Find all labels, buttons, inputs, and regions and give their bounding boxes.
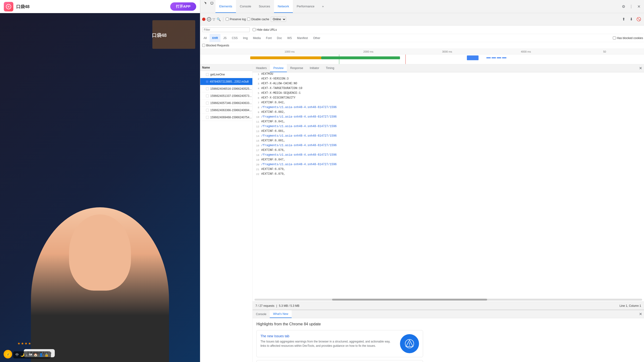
blocked-requests-checkbox[interactable] [202, 44, 205, 47]
request-checkbox-ts-1 [206, 87, 209, 90]
card-issues-text: The new Issues tab The Issues tab aggreg… [260, 334, 396, 348]
bottom-tab-whats-new[interactable]: What's New [270, 310, 292, 318]
card-issues-title[interactable]: The new Issues tab [260, 334, 396, 338]
resource-tab-css[interactable]: CSS [230, 34, 240, 42]
device-toolbar-icon[interactable] [209, 0, 216, 7]
export-icon[interactable]: ⬇ [628, 16, 634, 22]
line-content-7: #EXTINF:6.042, [261, 101, 285, 104]
code-line-2: 2 #EXT-X-VERSION:3 [252, 77, 644, 82]
timeline-waterfall[interactable] [250, 54, 644, 64]
request-item-ts-3[interactable]: 1596624057346-15966240633... [200, 100, 252, 106]
line-num-8: 8 [254, 106, 261, 109]
request-item-ts-1[interactable]: 1596624046516-15966240525... [200, 85, 252, 92]
icon-person[interactable]: 👤 [39, 353, 43, 357]
horizontal-scrollbar[interactable] [254, 299, 642, 300]
dash-3 [497, 57, 501, 58]
status-bar: 7 / 27 requests | 5.3 MB / 5.3 MB Line 1… [252, 302, 644, 310]
resource-tab-ws[interactable]: WS [285, 34, 294, 42]
resource-tab-xhr[interactable]: XHR [210, 34, 220, 42]
disable-cache-label[interactable]: Disable cache [247, 18, 269, 21]
star-4: ★ [28, 342, 31, 345]
timeline-ruler: 1000 ms 2000 ms 3000 ms 4000 ms 50 [200, 49, 644, 54]
resource-tab-media[interactable]: Media [250, 34, 263, 42]
dash-4 [502, 57, 506, 58]
icon-moon[interactable]: 🌙 [20, 353, 24, 357]
code-line-12: 12 /fragments/z1.asia-snh48-4.snh48-6147… [252, 125, 644, 130]
svg-rect-1 [211, 2, 213, 4]
tab-sources[interactable]: Sources [255, 0, 274, 13]
resource-tab-js[interactable]: JS [221, 34, 229, 42]
card-issues-desc: The Issues tab aggregates warnings from … [260, 340, 396, 348]
has-blocked-cookies-label[interactable]: Has blocked cookies [613, 34, 643, 42]
detail-close-icon[interactable]: ✕ [637, 64, 644, 72]
record-button[interactable] [202, 18, 206, 21]
resource-tab-doc[interactable]: Doc [274, 34, 284, 42]
resource-tab-manifest[interactable]: Manifest [295, 34, 310, 42]
request-item-ts-5[interactable]: 1596624069468-15966240754... [200, 114, 252, 121]
search-network-icon[interactable]: 🔍 [217, 17, 221, 21]
line-num-11: 11 [254, 120, 261, 123]
tab-performance[interactable]: Performance [293, 0, 318, 13]
bottom-panel: Console What's New ✕ Highlights from the… [252, 310, 644, 362]
icon-lock[interactable]: 🔒 [44, 353, 48, 357]
clear-icon[interactable]: 🚫 [636, 16, 642, 22]
line-num-13: 13 [254, 130, 261, 133]
preserve-log-checkbox[interactable] [226, 18, 229, 21]
icon-note[interactable]: ♪ [26, 353, 28, 357]
blocked-requests-label[interactable]: Blocked Requests [202, 44, 229, 47]
filter-icon-btn[interactable]: ▽ [212, 17, 215, 21]
whats-new-card-issues: The new Issues tab The Issues tab aggreg… [256, 330, 423, 357]
resource-tab-other[interactable]: Other [311, 34, 322, 42]
scrollbar-thumb[interactable] [332, 299, 487, 300]
request-item-ts-2[interactable]: 1596624051337-15966240573... [200, 92, 252, 100]
line-num-3: 3 [254, 82, 261, 85]
detail-tab-preview[interactable]: Preview [270, 64, 287, 72]
code-line-4: 4 #EXT-X-TARGETDURATION:10 [252, 87, 644, 92]
resource-tab-font[interactable]: Font [264, 34, 274, 42]
detail-tab-initiator[interactable]: Initiator [306, 64, 322, 72]
settings-icon-btn[interactable]: ⚙ [620, 3, 627, 10]
request-item-m3u8[interactable]: 49784057213885...2352.m3u8 [200, 78, 252, 85]
detail-panel: Headers Preview Response Initiator Timin… [252, 64, 644, 362]
preserve-log-label[interactable]: Preserve log [226, 18, 246, 21]
line-content-4: #EXT-X-TARGETDURATION:10 [261, 87, 302, 90]
line-content-9: #EXTINF:6.002, [261, 110, 285, 114]
detail-tab-timing[interactable]: Timing [322, 64, 338, 72]
filter-input[interactable] [204, 28, 248, 32]
stop-recording-button[interactable]: ⊘ [207, 17, 211, 22]
resource-tab-img[interactable]: Img [240, 34, 250, 42]
close-devtools-icon-btn[interactable]: ✕ [636, 3, 642, 10]
icon-china[interactable]: 中 [16, 353, 19, 357]
hide-data-urls-label[interactable]: Hide data URLs [252, 28, 277, 32]
open-app-button[interactable]: 打开APP [170, 2, 196, 11]
tab-network[interactable]: Network [274, 0, 293, 13]
tab-elements[interactable]: Elements [216, 0, 236, 13]
request-item-ts-4[interactable]: 1596624063366-15966240694... [200, 106, 252, 114]
icon-bookmark[interactable]: 🏠 [34, 353, 38, 357]
disable-cache-checkbox[interactable] [247, 18, 250, 21]
inspect-element-icon[interactable] [202, 0, 209, 7]
coin-icon[interactable]: 💰 [4, 350, 12, 358]
network-main: Name getLiveOne 49784057213885...2352.m3… [200, 64, 644, 362]
line-content-2: #EXT-X-VERSION:3 [261, 77, 288, 80]
icon-map[interactable]: 🗺 [29, 353, 32, 357]
import-icon[interactable]: ⬆ [620, 16, 627, 22]
throttle-select[interactable]: Online [271, 17, 286, 22]
tab-more[interactable]: » [318, 0, 328, 13]
has-blocked-cookies-checkbox[interactable] [613, 36, 616, 40]
request-checkbox-ts-3 [206, 102, 209, 104]
detail-tab-response[interactable]: Response [287, 64, 306, 72]
more-options-icon-btn[interactable]: ⋮ [628, 3, 634, 10]
bottom-panel-close-icon[interactable]: ✕ [637, 310, 644, 318]
hide-data-urls-checkbox[interactable] [252, 28, 256, 31]
line-num-6: 6 [254, 96, 261, 100]
bottom-tab-console[interactable]: Console [252, 310, 270, 318]
detail-tab-headers[interactable]: Headers [252, 64, 270, 72]
line-content-20: /fragments/z1.asia-snh48-4.snh48-614727/… [261, 163, 337, 166]
timeline-area: 1000 ms 2000 ms 3000 ms 4000 ms 50 [200, 49, 644, 64]
star-1: ★ [18, 342, 20, 345]
tab-console[interactable]: Console [236, 0, 255, 13]
resource-tab-all[interactable]: All [201, 34, 209, 42]
line-content-16: /fragments/z1.asia-snh48-4.snh48-614727/… [261, 144, 337, 147]
request-item-get-live[interactable]: getLiveOne [200, 71, 252, 78]
